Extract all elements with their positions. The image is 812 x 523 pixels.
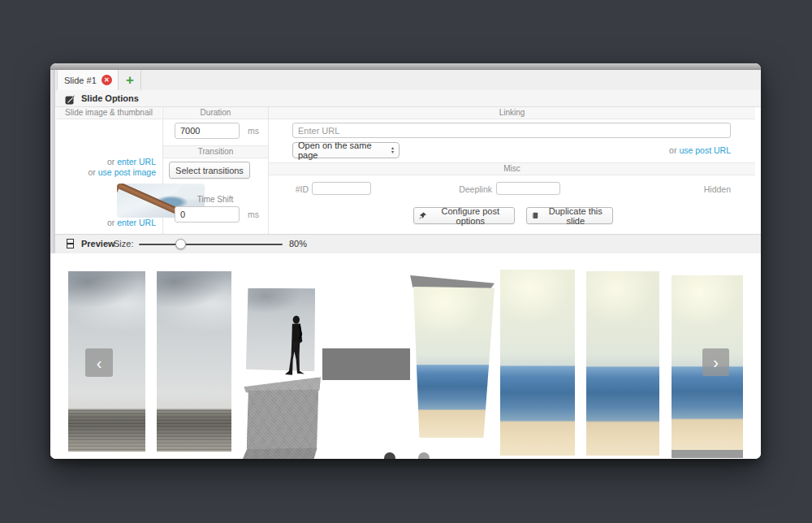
slide-tabs-bar: Slide #1 ✕ + xyxy=(55,70,761,91)
duration-input[interactable] xyxy=(175,123,240,139)
preview-icon xyxy=(67,239,74,249)
select-transitions-button[interactable]: Select transitions xyxy=(169,162,250,179)
duplicate-slide-button[interactable]: Duplicate this slide xyxy=(526,207,613,224)
pedestal-front-face xyxy=(245,389,319,451)
use-post-url-link[interactable]: use post URL xyxy=(679,145,731,155)
page-background: Slide #1 ✕ + Slide Options Slide image &… xyxy=(0,0,812,523)
misc-header: Misc xyxy=(269,162,755,175)
preview-slice xyxy=(586,271,659,456)
preview-slice-3d xyxy=(234,285,331,459)
duplicate-icon xyxy=(532,211,539,220)
preview-label: Preview xyxy=(81,235,115,253)
hidden-label: Hidden xyxy=(650,184,731,194)
linking-header: Linking xyxy=(269,107,755,119)
or-text: or xyxy=(107,157,117,166)
tab-slide-1[interactable]: Slide #1 ✕ xyxy=(57,70,119,90)
slide-options-header: Slide Options xyxy=(55,90,761,107)
size-value: 80% xyxy=(289,235,307,253)
window-top-edge xyxy=(50,63,761,70)
configure-post-options-label: Configure post options xyxy=(432,206,509,226)
add-slide-button[interactable]: + xyxy=(119,70,141,90)
time-shift-unit: ms xyxy=(248,210,259,219)
plus-icon: + xyxy=(126,73,134,87)
preview-slice-3d xyxy=(408,273,496,440)
edit-pencil-icon xyxy=(65,93,75,103)
or-text: or xyxy=(107,218,117,227)
time-shift-input[interactable] xyxy=(175,206,240,223)
deeplink-input[interactable] xyxy=(496,182,560,195)
link-target-select[interactable]: Open on the same page ▴▾ xyxy=(292,142,400,158)
preview-slice xyxy=(500,270,575,456)
sea-texture xyxy=(68,410,145,452)
pagination-dot-active[interactable] xyxy=(384,452,395,459)
enter-url-line: or enter URL xyxy=(57,157,162,166)
link-url-input[interactable] xyxy=(292,123,731,138)
use-post-image-line: or use post image xyxy=(57,167,162,177)
slice-front-face xyxy=(410,287,495,438)
select-arrows-icon: ▴▾ xyxy=(391,146,394,154)
or-text: or xyxy=(669,145,679,155)
link-target-value: Open on the same page xyxy=(298,140,391,160)
transition-header: Transition xyxy=(163,145,268,158)
id-input[interactable] xyxy=(312,182,371,195)
enter-url-line-2: or enter URL xyxy=(57,218,162,227)
slider-preview: ‹ › xyxy=(50,253,761,459)
use-post-url-line: or use post URL xyxy=(538,145,731,155)
slide-options-title: Slide Options xyxy=(81,93,139,103)
businessman-silhouette xyxy=(282,314,309,378)
enter-url-link[interactable]: enter URL xyxy=(117,157,156,166)
preview-slice-edge xyxy=(322,348,410,380)
time-shift-label: Time Shift xyxy=(162,195,268,204)
pedestal-bottom-face xyxy=(242,447,320,459)
or-text: or xyxy=(89,167,98,177)
duration-header: Duration xyxy=(163,107,268,119)
tab-slide-1-label: Slide #1 xyxy=(64,76,97,85)
deeplink-label: Deeplink xyxy=(445,184,492,194)
pushpin-icon xyxy=(419,211,427,220)
image-column-header: Slide image & thumbnail xyxy=(56,107,162,119)
use-post-image-link[interactable]: use post image xyxy=(98,167,156,177)
duration-unit: ms xyxy=(248,126,259,136)
slide-editor-window: Slide #1 ✕ + Slide Options Slide image &… xyxy=(50,63,761,459)
preview-toolbar: Preview Size: 80% xyxy=(55,234,761,254)
sea-texture xyxy=(157,410,231,452)
prev-arrow-button[interactable]: ‹ xyxy=(85,348,113,377)
enter-url-link-2[interactable]: enter URL xyxy=(117,218,156,227)
pagination-dot[interactable] xyxy=(418,452,430,459)
chevron-left-icon: ‹ xyxy=(97,355,102,371)
preview-slice xyxy=(157,271,231,452)
slice-bottom-edge xyxy=(672,450,743,458)
size-slider-knob[interactable] xyxy=(175,239,186,249)
size-label: Size: xyxy=(114,235,133,253)
next-arrow-button[interactable]: › xyxy=(702,348,729,376)
configure-post-options-button[interactable]: Configure post options xyxy=(413,207,515,224)
duplicate-slide-label: Duplicate this slide xyxy=(544,206,607,226)
size-slider-track[interactable] xyxy=(139,244,283,245)
chevron-right-icon: › xyxy=(713,354,719,370)
delete-slide-icon[interactable]: ✕ xyxy=(102,75,112,85)
id-label: #ID xyxy=(278,184,309,194)
